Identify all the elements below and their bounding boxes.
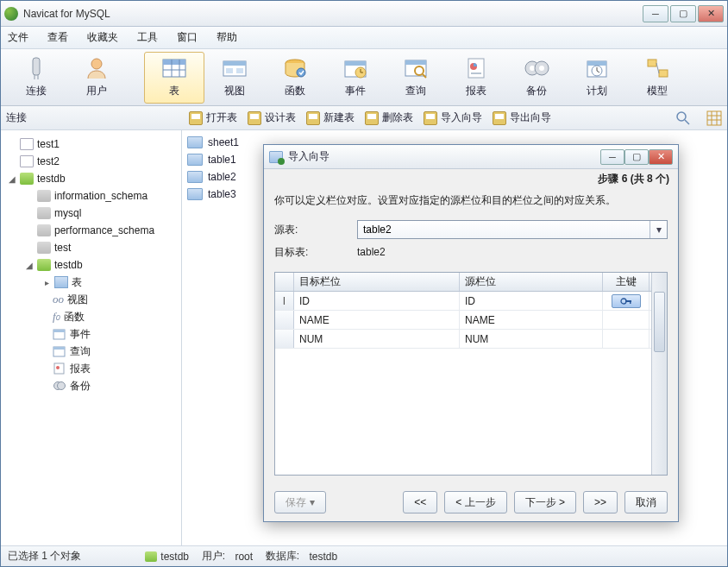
- menubar: 文件 查看 收藏夹 工具 窗口 帮助: [1, 27, 727, 49]
- tree-db-mysql[interactable]: mysql: [3, 205, 179, 222]
- tree-db-testdb[interactable]: ◢testdb: [3, 256, 179, 274]
- tree-queries[interactable]: 查询: [3, 343, 179, 360]
- report-button[interactable]: 报表: [446, 52, 506, 104]
- tree-conn-test2[interactable]: test2: [3, 153, 179, 170]
- backup-button[interactable]: 备份: [506, 52, 567, 104]
- function-icon: f0: [53, 310, 60, 324]
- svg-rect-21: [405, 60, 426, 65]
- pk-cell[interactable]: [603, 292, 650, 310]
- target-field-cell[interactable]: NAME: [294, 311, 460, 329]
- titlebar: Navicat for MySQL ─ ▢ ✕: [1, 1, 727, 27]
- tree-events[interactable]: 事件: [3, 325, 179, 343]
- table-icon: [187, 171, 203, 183]
- export-wizard-button[interactable]: 导出向导: [493, 110, 551, 125]
- import-wizard-button[interactable]: 导入向导: [424, 110, 482, 125]
- pk-cell[interactable]: [603, 330, 650, 348]
- tree-db-information-schema[interactable]: information_schema: [3, 187, 179, 205]
- prev-button[interactable]: < 上一步: [444, 491, 506, 513]
- menu-window[interactable]: 窗口: [177, 30, 198, 45]
- connection-label: 连接: [6, 110, 179, 125]
- source-field-cell[interactable]: ID: [460, 292, 603, 310]
- function-button[interactable]: 函数: [265, 52, 325, 104]
- minimize-button[interactable]: ─: [643, 5, 668, 22]
- first-button[interactable]: <<: [403, 491, 437, 513]
- menu-file[interactable]: 文件: [8, 30, 28, 45]
- svg-rect-49: [53, 347, 65, 350]
- last-button[interactable]: >>: [583, 491, 618, 513]
- svg-line-40: [685, 120, 689, 124]
- col-target-header[interactable]: 目标栏位: [294, 273, 460, 291]
- tables-icon: [54, 276, 68, 288]
- target-field-cell[interactable]: ID: [294, 292, 460, 310]
- user-button[interactable]: 用户: [66, 52, 127, 104]
- grid-row[interactable]: I ID ID: [275, 292, 651, 311]
- main-window: Navicat for MySQL ─ ▢ ✕ 文件 查看 收藏夹 工具 窗口 …: [0, 0, 728, 567]
- model-button[interactable]: 模型: [627, 52, 687, 104]
- target-table-label: 目标表:: [274, 245, 357, 260]
- grid-header: 目标栏位 源栏位 主键: [275, 273, 651, 292]
- views-icon: oo: [53, 293, 64, 306]
- dialog-minimize-button[interactable]: ─: [600, 149, 624, 165]
- grid-scrollbar[interactable]: [651, 273, 667, 475]
- import-wizard-icon: [269, 151, 283, 163]
- tree-backups[interactable]: 备份: [3, 377, 179, 394]
- col-source-header[interactable]: 源栏位: [460, 273, 603, 291]
- tree-db-performance-schema[interactable]: performance_schema: [3, 222, 179, 239]
- svg-point-3: [91, 59, 102, 69]
- field-mapping-grid[interactable]: 目标栏位 源栏位 主键 I ID ID NAME NAME: [274, 272, 668, 476]
- svg-point-39: [677, 112, 686, 121]
- query-button[interactable]: 查询: [386, 52, 446, 104]
- svg-point-53: [58, 382, 66, 390]
- import-icon: [424, 111, 437, 125]
- menu-view[interactable]: 查看: [47, 30, 68, 45]
- schedule-button[interactable]: 计划: [567, 52, 627, 104]
- grid-row[interactable]: NAME NAME: [275, 311, 651, 330]
- tree-functions[interactable]: f0函数: [3, 308, 179, 325]
- pk-cell[interactable]: [603, 311, 650, 329]
- maximize-button[interactable]: ▢: [670, 5, 696, 22]
- backup-icon: [523, 56, 550, 80]
- connection-open-icon: [20, 173, 34, 185]
- grid-row[interactable]: NUM NUM: [275, 330, 651, 349]
- source-field-cell[interactable]: NUM: [460, 330, 603, 348]
- target-field-cell[interactable]: NUM: [294, 330, 460, 348]
- save-button[interactable]: 保存▾: [274, 491, 326, 513]
- search-icon[interactable]: [675, 110, 691, 126]
- tree-tables[interactable]: ▸表: [3, 274, 179, 291]
- tree-reports[interactable]: 报表: [3, 360, 179, 377]
- dialog-close-button[interactable]: ✕: [649, 149, 673, 165]
- scrollbar-thumb[interactable]: [654, 292, 665, 352]
- schedule-icon: [583, 56, 611, 80]
- delete-table-button[interactable]: 删除表: [365, 110, 413, 125]
- connection-tree[interactable]: test1 test2 ◢testdb information_schema m…: [1, 130, 182, 545]
- menu-fav[interactable]: 收藏夹: [87, 30, 118, 45]
- tree-conn-testdb[interactable]: ◢testdb: [3, 170, 179, 187]
- dialog-button-bar: 保存▾ << < 上一步 下一步 > >> 取消: [264, 483, 678, 521]
- target-table-value: table2: [357, 246, 668, 258]
- source-table-select[interactable]: table2 ▾: [357, 220, 668, 239]
- grid-view-icon[interactable]: [706, 110, 722, 126]
- source-field-cell[interactable]: NAME: [460, 311, 603, 329]
- connect-button[interactable]: 连接: [6, 52, 66, 104]
- source-table-label: 源表:: [274, 223, 357, 237]
- next-button[interactable]: 下一步 >: [514, 491, 576, 513]
- database-icon: [37, 207, 51, 219]
- event-icon: [342, 56, 369, 80]
- col-pk-header[interactable]: 主键: [603, 273, 650, 291]
- export-icon: [493, 111, 506, 125]
- open-table-button[interactable]: 打开表: [189, 110, 237, 125]
- tree-db-test[interactable]: test: [3, 239, 179, 256]
- menu-help[interactable]: 帮助: [217, 30, 237, 45]
- cancel-button[interactable]: 取消: [624, 491, 668, 513]
- view-button[interactable]: 视图: [204, 52, 265, 104]
- event-button[interactable]: 事件: [325, 52, 386, 104]
- design-table-button[interactable]: 设计表: [248, 110, 296, 125]
- new-table-button[interactable]: 新建表: [306, 110, 355, 125]
- close-button[interactable]: ✕: [698, 5, 724, 22]
- dialog-maximize-button[interactable]: ▢: [624, 149, 649, 165]
- primary-key-icon: [612, 294, 641, 308]
- tree-conn-test1[interactable]: test1: [3, 135, 179, 153]
- table-button[interactable]: 表: [144, 52, 204, 104]
- menu-tools[interactable]: 工具: [137, 30, 158, 45]
- tree-views[interactable]: oo视图: [3, 291, 179, 308]
